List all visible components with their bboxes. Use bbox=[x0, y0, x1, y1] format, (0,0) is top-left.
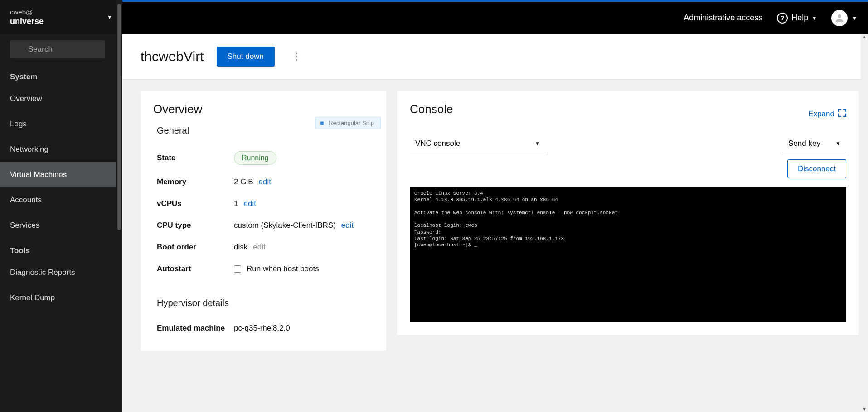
help-menu[interactable]: ? Help ▼ bbox=[777, 13, 817, 24]
sidebar-item-virtual-machines[interactable]: Virtual Machines bbox=[0, 162, 122, 187]
vnc-terminal[interactable]: Oracle Linux Server 8.4 Kernel 4.18.0-30… bbox=[410, 187, 846, 322]
disconnect-button[interactable]: Disconnect bbox=[787, 159, 846, 178]
vcpus-value: 1 bbox=[234, 199, 238, 208]
chevron-down-icon: ▼ bbox=[852, 15, 857, 21]
host-user: cweb@ bbox=[10, 8, 44, 16]
scrollbar-thumb[interactable] bbox=[117, 4, 121, 230]
chevron-down-icon: ▼ bbox=[535, 140, 540, 147]
snip-badge: Rectangular Snip bbox=[315, 117, 381, 129]
row-emulated-machine: Emulated machine pc-q35-rhel8.2.0 bbox=[153, 317, 373, 339]
edit-vcpus-link[interactable]: edit bbox=[243, 199, 256, 208]
vm-header: thcwebVirt Shut down ⋮ bbox=[122, 34, 868, 80]
kebab-menu-icon[interactable]: ⋮ bbox=[287, 48, 306, 65]
row-autostart: Autostart Run when host boots bbox=[153, 258, 373, 280]
bootorder-value: disk bbox=[234, 243, 247, 252]
row-bootorder: Boot order disk edit bbox=[153, 236, 373, 258]
sidebar-item-networking[interactable]: Networking bbox=[0, 137, 122, 162]
chevron-down-icon: ▼ bbox=[812, 15, 817, 21]
edit-cputype-link[interactable]: edit bbox=[341, 221, 354, 230]
row-state: State Running bbox=[153, 145, 373, 171]
row-vcpus: vCPUs 1 edit bbox=[153, 193, 373, 215]
content-scrollbar[interactable]: ▲ ▼ bbox=[861, 34, 868, 412]
row-memory: Memory 2 GiB edit bbox=[153, 171, 373, 193]
nav-section-tools: Tools bbox=[0, 238, 122, 260]
user-menu[interactable]: ▼ bbox=[831, 10, 857, 26]
row-cputype: CPU type custom (Skylake-Client-IBRS) ed… bbox=[153, 215, 373, 236]
sidebar-item-diagnostic-reports[interactable]: Diagnostic Reports bbox=[0, 260, 122, 285]
overview-card: Overview Rectangular Snip General State … bbox=[141, 91, 386, 351]
memory-value: 2 GiB bbox=[234, 177, 253, 187]
sidebar-item-logs[interactable]: Logs bbox=[0, 111, 122, 137]
help-icon: ? bbox=[777, 13, 788, 24]
hypervisor-heading: Hypervisor details bbox=[157, 298, 373, 308]
sidebar-item-services[interactable]: Services bbox=[0, 213, 122, 238]
topbar: Administrative access ? Help ▼ ▼ bbox=[122, 0, 868, 34]
expand-icon bbox=[838, 109, 846, 119]
status-badge: Running bbox=[234, 151, 276, 165]
nav-section-system: System bbox=[0, 64, 122, 86]
page-title: thcwebVirt bbox=[141, 49, 204, 64]
chevron-down-icon: ▼ bbox=[835, 140, 841, 147]
console-title: Console bbox=[410, 102, 453, 116]
console-card: Console Expand VNC console ▼ bbox=[397, 91, 859, 335]
console-type-select[interactable]: VNC console ▼ bbox=[410, 134, 546, 153]
emulated-machine-value: pc-q35-rhel8.2.0 bbox=[234, 324, 290, 333]
scroll-up-icon[interactable]: ▲ bbox=[862, 34, 867, 39]
admin-access-label[interactable]: Administrative access bbox=[684, 13, 762, 23]
autostart-text: Run when host boots bbox=[247, 264, 319, 273]
help-label: Help bbox=[791, 13, 808, 23]
expand-button[interactable]: Expand bbox=[808, 109, 846, 119]
sidebar: cweb@ universe ▼ System Overview Logs Ne… bbox=[0, 0, 122, 412]
sidebar-scrollbar[interactable] bbox=[116, 0, 122, 412]
overview-title: Overview bbox=[153, 102, 373, 116]
shutdown-button[interactable]: Shut down bbox=[217, 47, 275, 67]
svg-point-2 bbox=[838, 14, 841, 18]
avatar bbox=[831, 10, 848, 26]
sidebar-nav: System Overview Logs Networking Virtual … bbox=[0, 64, 122, 412]
sidebar-item-accounts[interactable]: Accounts bbox=[0, 187, 122, 213]
edit-bootorder-link[interactable]: edit bbox=[253, 243, 265, 252]
autostart-checkbox[interactable] bbox=[234, 265, 241, 273]
chevron-down-icon: ▼ bbox=[107, 14, 112, 20]
cputype-value: custom (Skylake-Client-IBRS) bbox=[234, 221, 336, 230]
search-input[interactable] bbox=[10, 40, 105, 58]
sidebar-item-kernel-dump[interactable]: Kernel Dump bbox=[0, 285, 122, 311]
send-key-select[interactable]: Send key ▼ bbox=[783, 134, 846, 153]
scroll-down-icon[interactable]: ▼ bbox=[862, 407, 867, 412]
content-area: thcwebVirt Shut down ⋮ Overview Rectangu… bbox=[122, 34, 868, 412]
host-name: universe bbox=[10, 17, 44, 26]
edit-memory-link[interactable]: edit bbox=[259, 177, 271, 187]
sidebar-item-overview[interactable]: Overview bbox=[0, 86, 122, 111]
host-switcher[interactable]: cweb@ universe ▼ bbox=[0, 0, 122, 34]
